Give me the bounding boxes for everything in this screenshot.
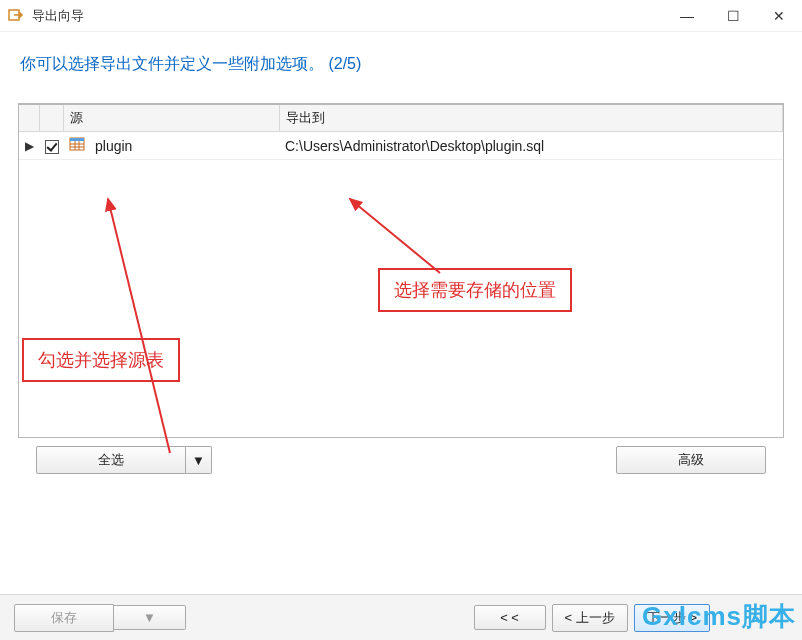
header-dest[interactable]: 导出到 — [279, 105, 783, 132]
titlebar: 导出向导 — ☐ ✕ — [0, 0, 802, 32]
row-source-icon-cell — [63, 132, 89, 160]
header-pointer — [19, 105, 39, 132]
row-checkbox-cell[interactable] — [39, 132, 63, 160]
table-icon — [69, 136, 85, 155]
annotation-source-hint: 勾选并选择源表 — [22, 338, 180, 382]
export-wizard-icon — [8, 8, 24, 24]
table-header-row: 源 导出到 — [19, 105, 783, 132]
table-row[interactable]: ▶ — [19, 132, 783, 160]
select-all-button[interactable]: 全选 — [36, 446, 186, 474]
row-source[interactable]: plugin — [89, 132, 279, 160]
window-title: 导出向导 — [32, 7, 84, 25]
row-pointer-icon: ▶ — [19, 132, 39, 160]
step-instruction: 你可以选择导出文件并定义一些附加选项。 (2/5) — [0, 32, 802, 93]
advanced-button[interactable]: 高级 — [616, 446, 766, 474]
svg-rect-2 — [70, 138, 84, 141]
row-checkbox[interactable] — [45, 140, 59, 154]
header-check — [39, 105, 63, 132]
annotation-dest-hint: 选择需要存储的位置 — [378, 268, 572, 312]
window-controls: — ☐ ✕ — [664, 0, 802, 31]
save-dropdown[interactable]: ▼ — [114, 605, 186, 630]
table-button-row: 全选 ▼ 高级 — [36, 446, 766, 474]
header-source[interactable]: 源 — [63, 105, 279, 132]
close-button[interactable]: ✕ — [756, 0, 802, 31]
save-button[interactable]: 保存 — [14, 604, 114, 632]
prev-button[interactable]: < 上一步 — [552, 604, 628, 632]
watermark: Gxlcms脚本 — [636, 597, 802, 636]
row-dest[interactable]: C:\Users\Administrator\Desktop\plugin.sq… — [279, 132, 783, 160]
first-button[interactable]: < < — [474, 605, 546, 630]
minimize-button[interactable]: — — [664, 0, 710, 31]
select-all-dropdown[interactable]: ▼ — [186, 446, 212, 474]
maximize-button[interactable]: ☐ — [710, 0, 756, 31]
